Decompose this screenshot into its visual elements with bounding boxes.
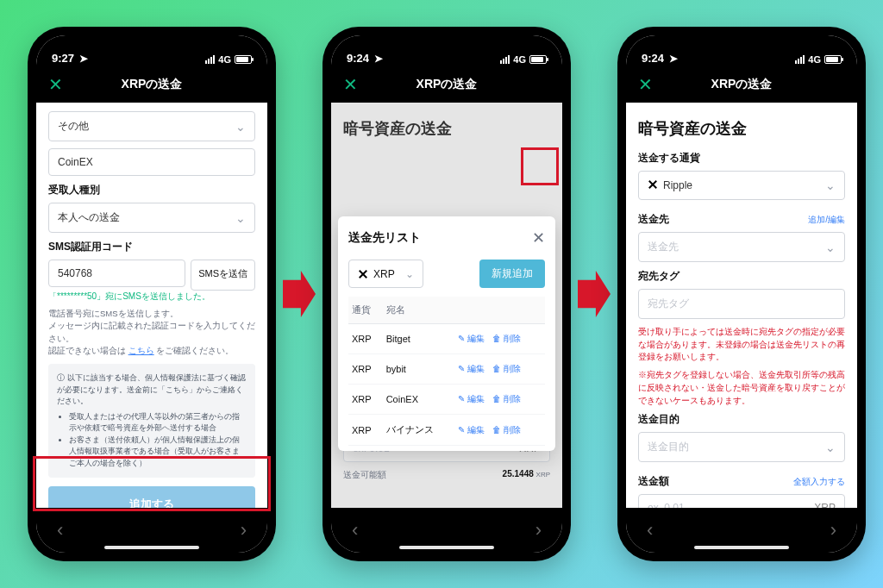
info-link[interactable]: こちら (166, 385, 189, 394)
section-title: 暗号資産の送金 (638, 118, 845, 139)
location-icon: ➤ (79, 53, 88, 65)
nav-bar: ✕ XRPの送金 (626, 66, 857, 103)
exchange-input[interactable]: CoinEX (48, 148, 255, 176)
phone-1: 9:27 ➤ 4G ✕ XRPの送金 その他 CoinEX 受取人種別 本人への… (28, 27, 276, 561)
section-title: 暗号資産の送金 (343, 118, 550, 139)
location-icon: ➤ (669, 53, 678, 65)
phone-2: 9:24 ➤ 4G ✕ XRPの送金 暗号資産の送金 送金額 全額入力する ex… (323, 27, 571, 561)
forward-icon[interactable]: › (535, 519, 542, 541)
info-box: ⓘ 以下に該当する場合、個人情報保護法に基づく確認が必要になります。送金前に「こ… (48, 364, 255, 478)
destination-edit-link[interactable]: 追加/編集 (808, 214, 845, 226)
new-destination-button[interactable]: 新規追加 (479, 260, 545, 288)
tag-label: 宛先タグ (638, 269, 845, 284)
page-title: XRPの送金 (122, 77, 183, 92)
col-currency: 通貨 (348, 297, 383, 324)
xrp-icon (648, 179, 658, 190)
tag-input[interactable]: 宛先タグ (638, 289, 845, 319)
xrp-icon (358, 269, 368, 279)
close-icon[interactable]: ✕ (48, 74, 63, 95)
destination-table: 通貨 宛名 XRPBitget✎ 編集 🗑 削除XRPbybit✎ 編集 🗑 削… (348, 297, 545, 446)
phone-3: 9:24 ➤ 4G ✕ XRPの送金 暗号資産の送金 送金する通貨 Ripple… (617, 27, 866, 561)
edit-link[interactable]: ✎ 編集 (458, 425, 485, 435)
home-indicator (104, 546, 199, 549)
amount-label: 送金額 (638, 474, 669, 489)
delete-link[interactable]: 🗑 削除 (492, 364, 521, 373)
delete-link[interactable]: 🗑 削除 (492, 425, 521, 435)
battery-icon (529, 55, 547, 64)
add-button[interactable]: 追加する (48, 486, 255, 508)
battery-icon (824, 55, 842, 64)
currency-filter[interactable]: XRP (348, 260, 423, 288)
home-indicator (694, 546, 789, 549)
delete-link[interactable]: 🗑 削除 (492, 394, 521, 403)
forward-icon[interactable]: › (830, 519, 836, 541)
arrow-2 (578, 271, 611, 317)
signal-icon (795, 55, 805, 64)
send-sms-button[interactable]: SMSを送信 (191, 260, 255, 291)
other-select[interactable]: その他 (48, 111, 255, 141)
table-row[interactable]: XRPCoinEX✎ 編集 🗑 削除 (348, 385, 545, 415)
page-title: XRPの送金 (711, 77, 773, 92)
sms-label: SMS認証用コード (48, 240, 255, 254)
sms-sent-note: 「*********50」宛にSMSを送信しました。 (48, 291, 255, 303)
back-icon[interactable]: ‹ (352, 519, 358, 541)
arrow-1 (283, 271, 316, 317)
home-indicator (399, 546, 494, 549)
sms-code-input[interactable]: 540768 (48, 260, 185, 287)
location-icon: ➤ (374, 53, 383, 65)
tag-warning-2: ※宛先タグを登録しない場合、送金先取引所等の残高に反映されない・送金した暗号資産… (638, 369, 845, 407)
destination-list-modal: 送金先リスト ✕ XRP 新規追加 通貨 宛名 XRPBitget✎ 編集 � (338, 216, 555, 451)
sms-help: 電話番号宛にSMSを送信します。 メッセージ内に記載された認証コードを入力してく… (48, 308, 255, 357)
edit-link[interactable]: ✎ 編集 (458, 394, 485, 403)
nav-bar: ✕ XRPの送金 (36, 66, 267, 103)
available-label: 送金可能額 (343, 469, 386, 481)
signal-icon (205, 55, 215, 64)
destination-select[interactable]: 送金先 (638, 232, 845, 262)
sms-help-link[interactable]: こちら (128, 346, 154, 355)
col-name: 宛名 (383, 297, 454, 324)
tag-warning-1: 受け取り手によっては送金時に宛先タグの指定が必要な場合があります。未登録の場合は… (638, 326, 845, 364)
recipient-label: 受取人種別 (48, 183, 255, 197)
forward-icon[interactable]: › (241, 519, 247, 541)
nav-bar: ✕ XRPの送金 (331, 66, 562, 103)
page-title: XRPの送金 (416, 77, 478, 92)
close-icon[interactable]: ✕ (638, 74, 653, 95)
tutorial-stage: 9:27 ➤ 4G ✕ XRPの送金 その他 CoinEX 受取人種別 本人への… (0, 0, 883, 588)
currency-select[interactable]: Ripple (638, 171, 845, 200)
modal-title: 送金先リスト (348, 230, 421, 246)
table-row[interactable]: XRPバイナンス✎ 編集 🗑 削除 (348, 415, 545, 446)
purpose-label: 送金目的 (638, 412, 845, 427)
table-row[interactable]: XRPBitget✎ 編集 🗑 削除 (348, 324, 545, 354)
back-icon[interactable]: ‹ (57, 519, 63, 541)
fill-all-link[interactable]: 全額入力する (793, 476, 845, 488)
back-icon[interactable]: ‹ (647, 519, 653, 541)
edit-link[interactable]: ✎ 編集 (458, 334, 485, 343)
recipient-select[interactable]: 本人への送金 (48, 203, 255, 233)
amount-input[interactable]: ex. 0.01XRP (638, 494, 845, 508)
edit-link[interactable]: ✎ 編集 (458, 364, 485, 373)
table-row[interactable]: XRPbybit✎ 編集 🗑 削除 (348, 354, 545, 385)
battery-icon (235, 55, 252, 64)
purpose-select[interactable]: 送金目的 (638, 432, 845, 462)
modal-close-icon[interactable]: ✕ (532, 228, 545, 247)
signal-icon (500, 55, 510, 64)
close-icon[interactable]: ✕ (343, 74, 358, 95)
delete-link[interactable]: 🗑 削除 (492, 334, 521, 343)
destination-label: 送金先 (638, 212, 669, 227)
currency-label: 送金する通貨 (638, 151, 845, 166)
